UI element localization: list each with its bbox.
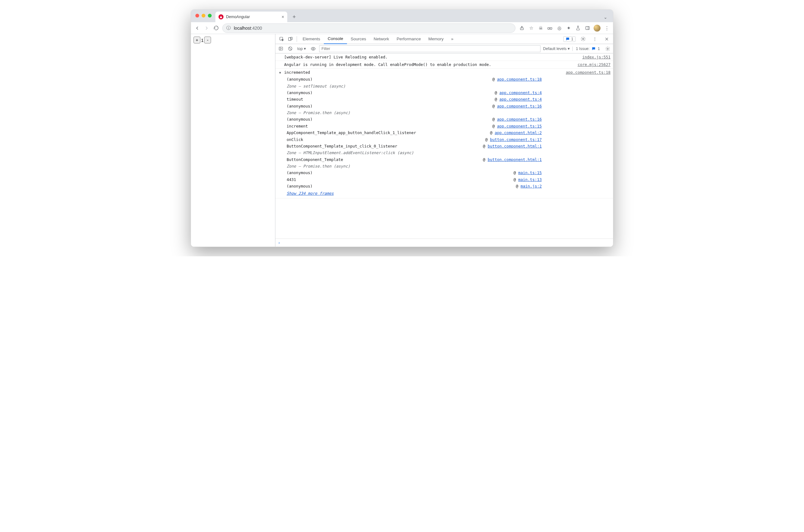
stack-frame: increment@ app.component.ts:15 — [284, 123, 611, 129]
frame-function: (anonymous) — [287, 103, 316, 109]
clear-console-icon[interactable] — [287, 45, 293, 52]
device-toolbar-icon[interactable] — [286, 35, 295, 43]
console-settings-icon[interactable] — [604, 45, 611, 52]
console-output[interactable]: [webpack-dev-server] Live Reloading enab… — [275, 54, 613, 239]
extension-eye-icon[interactable]: ◎ — [556, 25, 562, 31]
frame-source-link[interactable]: app.component.ts:18 — [497, 77, 542, 81]
frame-function: (anonymous) — [287, 90, 316, 96]
devtools-tab-performance[interactable]: Performance — [393, 34, 424, 44]
frame-source-link[interactable]: main.js:2 — [520, 184, 542, 189]
maximize-window-icon[interactable] — [208, 14, 212, 18]
frame-function: Zone — Promise.then (async) — [287, 163, 353, 169]
messages-chip[interactable]: 1 — [563, 36, 575, 42]
frame-location: @ button.component.ts:17 — [485, 137, 611, 142]
issues-pill[interactable]: 1 Issue: 1 — [572, 46, 600, 51]
browser-tab[interactable]: DemoAngular × — [215, 12, 287, 22]
message-source-link[interactable]: core.mjs:25627 — [573, 61, 611, 68]
devtools-tab-console[interactable]: Console — [324, 34, 347, 44]
devtools-tab-network[interactable]: Network — [370, 34, 393, 44]
live-expression-icon[interactable] — [310, 45, 317, 52]
extensions-puzzle-icon[interactable]: ✦ — [566, 25, 572, 31]
console-prompt[interactable]: › — [275, 239, 613, 247]
messages-icon — [566, 37, 570, 41]
close-tab-icon[interactable]: × — [282, 14, 284, 19]
back-button[interactable] — [194, 25, 200, 31]
show-more-frames-link[interactable]: Show 234 more frames — [287, 191, 334, 196]
frame-function: ButtonComponent_Template — [287, 157, 346, 163]
new-tab-button[interactable]: + — [290, 13, 299, 21]
frame-source-link[interactable]: main.ts:15 — [518, 170, 542, 175]
context-label: top — [297, 46, 303, 51]
tabs-overflow-icon[interactable]: ⌄ — [604, 15, 607, 20]
devtools-tabs: ElementsConsoleSourcesNetworkPerformance… — [275, 34, 613, 44]
devtools-tab-sources[interactable]: Sources — [347, 34, 370, 44]
frame-location: @ button.component.html:1 — [483, 143, 611, 149]
url-text: localhost:4200 — [234, 26, 262, 31]
frame-function: (anonymous) — [287, 76, 316, 82]
issues-prefix: 1 Issue: — [576, 46, 590, 51]
stack-frame: ButtonComponent_Template_input_click_0_l… — [284, 143, 611, 149]
message-source-link[interactable]: app.component.ts:18 — [561, 70, 611, 75]
browser-menu-icon[interactable]: ⋮ — [604, 25, 610, 31]
devtools-tab-memory[interactable]: Memory — [424, 34, 447, 44]
log-levels-selector[interactable]: Default levels ▾ — [543, 46, 570, 51]
issues-icon — [591, 46, 596, 51]
devtools-more-tabs[interactable]: » — [447, 34, 457, 44]
frame-source-link[interactable]: app.component.ts:16 — [497, 117, 542, 121]
frame-function: (anonymous) — [287, 116, 316, 122]
frame-source-link[interactable]: app.component.html:2 — [495, 130, 542, 135]
frame-location: @ app.component.ts:16 — [492, 103, 611, 109]
extension-skull-icon[interactable]: ☠ — [537, 25, 543, 31]
frame-source-link[interactable]: app.component.ts:15 — [497, 124, 542, 129]
frame-source-link[interactable]: app.component.ts:4 — [499, 97, 542, 101]
frame-source-link[interactable]: button.component.html:1 — [487, 144, 542, 149]
stack-frame: 4431@ main.ts:13 — [284, 176, 611, 183]
svg-point-2 — [550, 27, 552, 30]
bookmark-star-icon[interactable]: ☆ — [528, 25, 534, 31]
frame-source-link[interactable]: button.component.html:1 — [487, 157, 542, 162]
frame-function: Zone — setTimeout (async) — [287, 83, 348, 89]
frame-source-link[interactable]: main.ts:13 — [518, 177, 542, 182]
window-controls — [195, 14, 212, 18]
frame-source-link[interactable]: app.component.ts:16 — [497, 104, 542, 109]
frame-source-link[interactable]: button.component.ts:17 — [490, 137, 542, 142]
levels-label: Default levels — [543, 46, 567, 51]
console-trace-group[interactable]: incremented app.component.ts:18 — [275, 69, 613, 76]
devtools-settings-icon[interactable] — [579, 35, 587, 43]
inspect-element-icon[interactable] — [277, 35, 286, 43]
labs-flask-icon[interactable] — [575, 25, 581, 31]
frame-location: @ app.component.ts:15 — [492, 123, 611, 129]
frame-location: @ main.js:2 — [516, 183, 611, 189]
frame-function: timeout — [287, 96, 306, 102]
devtools-close-icon[interactable] — [602, 35, 611, 43]
forward-button[interactable] — [204, 25, 210, 31]
chevron-down-icon: ▾ — [304, 46, 306, 51]
rendered-page: + 1 - — [191, 34, 275, 247]
share-icon[interactable] — [519, 25, 525, 31]
decrement-button[interactable]: - — [204, 37, 211, 43]
console-sidebar-toggle-icon[interactable] — [277, 45, 284, 52]
stack-frame: (anonymous)@ app.component.ts:18 — [284, 76, 611, 82]
close-window-icon[interactable] — [195, 14, 199, 18]
execution-context-selector[interactable]: top ▾ — [296, 46, 307, 51]
increment-button[interactable]: + — [193, 37, 200, 43]
message-source-link[interactable]: index.js:551 — [577, 54, 611, 60]
side-panel-icon[interactable] — [584, 25, 591, 31]
group-label: incremented — [284, 70, 561, 75]
site-info-icon[interactable]: ⓘ — [226, 25, 231, 31]
devtools-menu-icon[interactable]: ⋮ — [591, 35, 599, 43]
console-message: Angular is running in development mode. … — [275, 61, 613, 69]
profile-avatar[interactable] — [594, 25, 600, 32]
frame-function: Zone — HTMLInputElement.addEventListener… — [287, 150, 417, 156]
reload-button[interactable] — [213, 25, 219, 31]
frame-source-link[interactable]: app.component.ts:4 — [499, 90, 542, 95]
messages-count: 1 — [571, 37, 573, 41]
counter-value: 1 — [200, 38, 204, 43]
stack-frame: onClick@ button.component.ts:17 — [284, 136, 611, 143]
console-filter-input[interactable] — [319, 45, 540, 52]
devtools-tab-elements[interactable]: Elements — [299, 34, 324, 44]
incognito-icon[interactable] — [547, 25, 553, 31]
stack-frame: (anonymous)@ main.ts:15 — [284, 169, 611, 176]
minimize-window-icon[interactable] — [202, 14, 205, 18]
address-bar[interactable]: ⓘ localhost:4200 — [222, 23, 515, 33]
